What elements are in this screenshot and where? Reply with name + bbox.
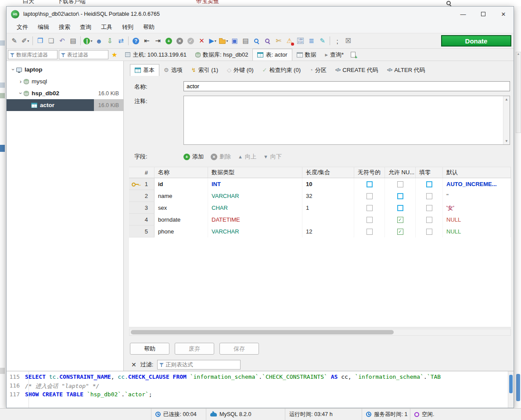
- default-cell[interactable]: NULL: [443, 214, 511, 226]
- datatype-cell[interactable]: CHAR: [208, 202, 302, 214]
- run-query-icon[interactable]: ▶▾: [208, 36, 218, 46]
- database-filter-field[interactable]: [16, 52, 55, 58]
- editor-tab[interactable]: ⚙选项: [159, 64, 187, 76]
- close-tab-icon[interactable]: ☒: [343, 36, 353, 46]
- allow-null-checkbox[interactable]: [397, 193, 403, 199]
- grid-row[interactable]: 2nameVARCHAR32'': [129, 190, 511, 202]
- zerofill-checkbox[interactable]: [426, 217, 432, 223]
- column-header[interactable]: 名称: [155, 167, 208, 178]
- comment-scrollbar[interactable]: ▲▼: [503, 96, 510, 144]
- tree-item-laptop[interactable]: ›laptop: [7, 64, 123, 75]
- datatype-cell[interactable]: INT: [208, 178, 302, 190]
- zerofill-checkbox[interactable]: [426, 229, 432, 235]
- editor-tab[interactable]: ◇外键 (0): [223, 64, 258, 76]
- session-tab[interactable]: 数据: [292, 49, 321, 61]
- paste-icon[interactable]: ❏: [46, 36, 56, 46]
- regex-filter-input[interactable]: [157, 360, 241, 370]
- warning-icon[interactable]: ⚠: [284, 36, 295, 46]
- editor-tab[interactable]: 基本: [130, 64, 159, 76]
- first-row-icon[interactable]: ⇤: [142, 36, 152, 46]
- find-replace-icon[interactable]: [262, 36, 273, 46]
- column-name-cell[interactable]: sex: [155, 202, 208, 214]
- edit-session-icon[interactable]: ✎: [9, 36, 19, 46]
- column-header[interactable]: 无符号的: [354, 167, 385, 178]
- field-down-button[interactable]: ▼向下: [263, 153, 282, 161]
- database-filter-input[interactable]: [8, 50, 57, 59]
- tree-item-hsp_db02[interactable]: ›hsp_db0216.0 KiB: [7, 87, 123, 99]
- allow-null-checkbox[interactable]: ✓: [397, 229, 403, 235]
- semicolon-icon[interactable]: ;: [332, 36, 342, 46]
- copy-icon[interactable]: ❐: [35, 36, 45, 46]
- length-cell[interactable]: 10: [302, 178, 354, 190]
- table-filter-input[interactable]: [59, 50, 108, 59]
- tree-item-mysql[interactable]: ›mysql: [7, 75, 123, 87]
- default-cell[interactable]: '女': [443, 202, 511, 214]
- session-tab[interactable]: 数据库: hsp_db02: [191, 49, 252, 61]
- column-name-cell[interactable]: name: [155, 190, 208, 202]
- maximize-button[interactable]: [473, 7, 493, 22]
- zerofill-checkbox[interactable]: [426, 193, 432, 199]
- donate-button[interactable]: Donate: [441, 35, 511, 47]
- edit-session-dropdown-icon[interactable]: ✐▾: [20, 36, 30, 46]
- regex-filter-field[interactable]: [165, 362, 238, 368]
- datatype-cell[interactable]: VARCHAR: [208, 226, 302, 237]
- highlight-icon[interactable]: ✎: [317, 36, 327, 46]
- length-cell[interactable]: 12: [302, 226, 354, 237]
- print-icon[interactable]: ▤: [68, 36, 78, 46]
- reformat-icon[interactable]: ≣: [306, 36, 316, 46]
- post-edit-icon[interactable]: ✓: [186, 36, 196, 46]
- unsigned-checkbox[interactable]: [366, 229, 373, 235]
- editor-tab[interactable]: </>CREATE 代码: [331, 64, 383, 76]
- favorites-star-icon[interactable]: ★: [111, 51, 117, 59]
- column-header[interactable]: 允许 NU...: [385, 167, 416, 178]
- grid-row[interactable]: 3sexCHAR1'女': [129, 202, 511, 214]
- scroll-thumb[interactable]: [131, 330, 394, 334]
- column-name-cell[interactable]: phone: [155, 226, 208, 237]
- default-cell[interactable]: '': [443, 190, 511, 202]
- minimize-button[interactable]: —: [453, 7, 473, 22]
- tree-chevron-icon[interactable]: ›: [18, 78, 24, 85]
- length-cell[interactable]: [302, 214, 354, 226]
- field-remove-button[interactable]: ×删除: [211, 153, 231, 161]
- grid-row[interactable]: 1idINT10AUTO_INCREME...: [129, 178, 511, 190]
- column-name-cell[interactable]: id: [155, 178, 208, 190]
- save-button[interactable]: 保存: [219, 343, 259, 355]
- grid-row[interactable]: 4borndateDATETIME✓NULL: [129, 214, 511, 226]
- zerofill-checkbox[interactable]: [426, 205, 432, 211]
- default-cell[interactable]: NULL: [443, 226, 511, 237]
- grid-row[interactable]: 5phoneVARCHAR12✓NULL: [129, 226, 511, 237]
- column-header[interactable]: 默认: [443, 167, 511, 178]
- allow-null-checkbox[interactable]: ✓: [397, 217, 403, 223]
- insert-row-icon[interactable]: +: [164, 36, 174, 46]
- datatype-cell[interactable]: VARCHAR: [208, 190, 302, 202]
- column-header[interactable]: 填零: [416, 167, 443, 178]
- allow-null-checkbox[interactable]: [397, 181, 403, 187]
- open-file-icon[interactable]: ▾: [219, 36, 229, 46]
- close-filter-icon[interactable]: ✕: [131, 361, 137, 368]
- undo-icon[interactable]: ↶: [57, 36, 67, 46]
- editor-tab[interactable]: ✓检查约束 (0): [258, 64, 305, 76]
- menu-item[interactable]: 文件: [12, 22, 33, 33]
- binary-icon[interactable]: 100010: [295, 36, 305, 46]
- datatype-cell[interactable]: DATETIME: [208, 214, 302, 226]
- save-icon[interactable]: ▣: [230, 36, 240, 46]
- column-name-cell[interactable]: borndate: [155, 214, 208, 226]
- tree-item-actor[interactable]: actor16.0 KiB: [7, 99, 123, 111]
- default-cell[interactable]: AUTO_INCREME...: [443, 178, 511, 190]
- help-icon[interactable]: ?: [131, 36, 141, 46]
- column-header[interactable]: #: [129, 167, 155, 178]
- table-filter-field[interactable]: [67, 52, 106, 58]
- tree-panel-splitter[interactable]: [124, 61, 129, 371]
- new-query-tab-icon[interactable]: [351, 52, 356, 57]
- user-manager-icon[interactable]: ☻: [94, 36, 104, 46]
- length-cell[interactable]: 1: [302, 202, 354, 214]
- unsigned-checkbox[interactable]: [366, 193, 373, 199]
- discard-button[interactable]: 废弃: [175, 343, 214, 355]
- bulk-table-edit-icon[interactable]: ⇄: [116, 36, 126, 46]
- tree-chevron-icon[interactable]: ›: [10, 67, 17, 73]
- menu-item[interactable]: 工具: [96, 22, 117, 33]
- print-query-icon[interactable]: ▤: [241, 36, 251, 46]
- session-tab[interactable]: 主机: 100.113.199.61: [121, 49, 191, 61]
- table-comment-textarea[interactable]: ▲▼: [183, 96, 510, 145]
- title-bar[interactable]: HS laptop\hsp_db02\actor\ - HeidiSQL Por…: [7, 7, 514, 22]
